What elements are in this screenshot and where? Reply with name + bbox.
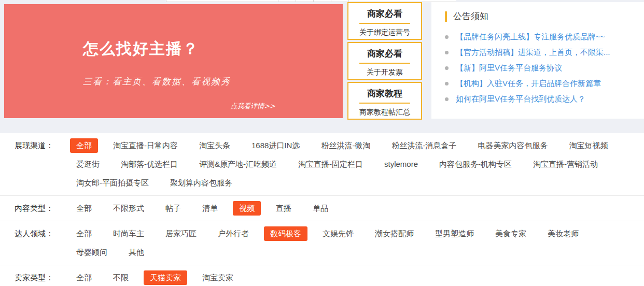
filter-option[interactable]: 评测&原产地-汇吃频道 bbox=[193, 157, 283, 171]
announcement-link[interactable]: 【机构】入驻V任务，开启品牌合作新篇章 bbox=[456, 79, 601, 89]
filter-option[interactable]: 淘宝头条 bbox=[193, 138, 236, 153]
banner-title: 怎么找好主播？ bbox=[83, 38, 199, 60]
filter-option[interactable]: 居家巧匠 bbox=[159, 226, 203, 241]
filter-option[interactable]: 时尚车主 bbox=[107, 226, 150, 241]
notice-card[interactable]: 商家必看关于绑定运营号 bbox=[347, 2, 422, 40]
filter-row-label: 内容类型： bbox=[0, 201, 70, 220]
filter-option[interactable]: 数码极客 bbox=[264, 226, 307, 241]
filter-option[interactable]: 潮女搭配师 bbox=[369, 226, 420, 241]
bullet-icon bbox=[445, 97, 449, 101]
announcement-link[interactable]: 【品牌任务闪亮上线】专注服务优质品牌~~ bbox=[456, 32, 605, 42]
filter-option[interactable]: 爱逛街 bbox=[70, 157, 106, 171]
filter-option[interactable]: 美食专家 bbox=[489, 226, 533, 241]
notice-card[interactable]: 商家必看关于开发票 bbox=[347, 42, 422, 80]
bullet-icon bbox=[445, 66, 449, 70]
filter-option[interactable]: 淘宝短视频 bbox=[563, 138, 614, 153]
notice-card-subtitle: 关于绑定运营号 bbox=[348, 28, 421, 37]
filter-options: 全部不限天猫卖家淘宝卖家 bbox=[70, 270, 644, 286]
filter-option[interactable]: 美妆老师 bbox=[541, 226, 585, 241]
notice-card-subtitle: 关于开发票 bbox=[348, 68, 421, 77]
filter-option[interactable]: 电器美家内容包服务 bbox=[471, 138, 554, 153]
notice-card-title: 商家必看 bbox=[348, 8, 421, 20]
filter-row-label: 卖家类型： bbox=[0, 270, 70, 286]
filter-option[interactable]: 帖子 bbox=[159, 201, 187, 216]
filter-option[interactable]: 淘宝直播-固定栏目 bbox=[292, 157, 369, 171]
banner-subtitle: 三看：看主页、看数据、看视频秀 bbox=[83, 76, 231, 88]
announcement-item: 如何在阿里V任务平台找到优质达人？ bbox=[445, 91, 637, 107]
filter-option[interactable]: 清单 bbox=[196, 201, 224, 216]
page: 怎么找好主播？ 三看：看主页、看数据、看视频秀 点我看详情>> 商家必看关于绑定… bbox=[0, 0, 644, 286]
filter-option[interactable]: 天猫卖家 bbox=[144, 270, 187, 285]
notice-card-subtitle: 商家教程帖汇总 bbox=[348, 108, 421, 117]
filter-option[interactable]: 粉丝洪流-微淘 bbox=[315, 138, 376, 153]
card-divider-line bbox=[359, 63, 410, 64]
filter-option[interactable]: 全部 bbox=[70, 226, 98, 241]
bullet-icon bbox=[445, 51, 449, 54]
accent-bar-icon bbox=[445, 11, 447, 22]
filter-option[interactable]: 文娱先锋 bbox=[316, 226, 360, 241]
filter-option[interactable]: 户外行者 bbox=[212, 226, 255, 241]
bullet-icon bbox=[445, 82, 449, 85]
announcement-list: 【品牌任务闪亮上线】专注服务优质品牌~~【官方活动招稿】进渠道，上首页，不限渠.… bbox=[445, 29, 637, 107]
filter-row: 内容类型：全部不限形式帖子清单视频直播单品 bbox=[0, 195, 644, 221]
bullet-icon bbox=[445, 35, 449, 39]
filter-option[interactable]: 全部 bbox=[70, 270, 98, 285]
filter-option[interactable]: 淘宝卖家 bbox=[196, 270, 240, 285]
filter-options: 全部时尚车主居家巧匠户外行者数码极客文娱先锋潮女搭配师型男塑造师美食专家美妆老师… bbox=[70, 226, 644, 264]
filter-options: 全部淘宝直播-日常内容淘宝头条1688进口IN选粉丝洪流-微淘粉丝洪流-消息盒子… bbox=[70, 138, 644, 194]
notice-card-title: 商家必看 bbox=[348, 48, 421, 60]
announcement-panel: 公告须知 【品牌任务闪亮上线】专注服务优质品牌~~【官方活动招稿】进渠道，上首页… bbox=[431, 2, 644, 119]
filter-option[interactable]: 淘女郎-平面拍摄专区 bbox=[70, 176, 155, 190]
filter-row: 达人领域：全部时尚车主居家巧匠户外行者数码极客文娱先锋潮女搭配师型男塑造师美食专… bbox=[0, 221, 644, 265]
filter-option[interactable]: 淘宝直播-日常内容 bbox=[107, 138, 184, 153]
announcement-item: 【机构】入驻V任务，开启品牌合作新篇章 bbox=[445, 76, 637, 91]
announcement-link[interactable]: 【新】阿里V任务平台服务协议 bbox=[456, 63, 562, 73]
filter-option[interactable]: 聚划算内容包服务 bbox=[164, 176, 239, 190]
announcement-item: 【官方活动招稿】进渠道，上首页，不限渠... bbox=[445, 45, 637, 60]
filter-option[interactable]: 母婴顾问 bbox=[70, 245, 114, 260]
banner-cta-link[interactable]: 点我看详情>> bbox=[230, 102, 275, 111]
filter-option[interactable]: 其他 bbox=[122, 245, 150, 260]
announcement-item: 【新】阿里V任务平台服务协议 bbox=[445, 60, 637, 76]
filter-row-label: 达人领域： bbox=[0, 226, 70, 264]
filter-option[interactable]: 视频 bbox=[233, 201, 261, 216]
filter-option[interactable]: 型男塑造师 bbox=[429, 226, 480, 241]
announcement-item: 【品牌任务闪亮上线】专注服务优质品牌~~ bbox=[445, 29, 637, 45]
announcement-link[interactable]: 如何在阿里V任务平台找到优质达人？ bbox=[456, 94, 585, 104]
notice-card[interactable]: 商家教程商家教程帖汇总 bbox=[347, 82, 422, 120]
filter-options: 全部不限形式帖子清单视频直播单品 bbox=[70, 201, 644, 220]
filter-option[interactable]: 粉丝洪流-消息盒子 bbox=[385, 138, 463, 153]
filter-option[interactable]: 淘宝直播-营销活动 bbox=[527, 157, 604, 171]
announcement-header: 公告须知 bbox=[445, 10, 637, 22]
announcement-title: 公告须知 bbox=[453, 10, 488, 22]
card-divider-line bbox=[359, 103, 410, 104]
filter-option[interactable]: stylemore bbox=[378, 157, 424, 171]
filter-option[interactable]: 全部 bbox=[70, 201, 98, 216]
filter-option[interactable]: 淘部落-优选栏目 bbox=[115, 157, 184, 171]
filter-row: 展现渠道：全部淘宝直播-日常内容淘宝头条1688进口IN选粉丝洪流-微淘粉丝洪流… bbox=[0, 133, 644, 195]
promo-banner[interactable]: 怎么找好主播？ 三看：看主页、看数据、看视频秀 点我看详情>> bbox=[4, 4, 343, 118]
filter-option[interactable]: 不限形式 bbox=[107, 201, 150, 216]
filter-option[interactable]: 1688进口IN选 bbox=[245, 138, 306, 153]
filter-option[interactable]: 直播 bbox=[270, 201, 298, 216]
card-divider-line bbox=[359, 23, 410, 24]
announcement-link[interactable]: 【官方活动招稿】进渠道，上首页，不限渠... bbox=[456, 48, 610, 58]
filter-option[interactable]: 单品 bbox=[306, 201, 334, 216]
filter-panel: 展现渠道：全部淘宝直播-日常内容淘宝头条1688进口IN选粉丝洪流-微淘粉丝洪流… bbox=[0, 133, 644, 286]
filter-row: 卖家类型：全部不限天猫卖家淘宝卖家 bbox=[0, 265, 644, 286]
notice-card-title: 商家教程 bbox=[348, 88, 421, 99]
notice-cards: 商家必看关于绑定运营号商家必看关于开发票商家教程商家教程帖汇总 bbox=[347, 2, 422, 122]
filter-option[interactable]: 内容包服务-机构专区 bbox=[433, 157, 518, 171]
filter-option[interactable]: 不限 bbox=[107, 270, 135, 285]
filter-option[interactable]: 全部 bbox=[70, 138, 98, 153]
filter-row-label: 展现渠道： bbox=[0, 138, 70, 194]
